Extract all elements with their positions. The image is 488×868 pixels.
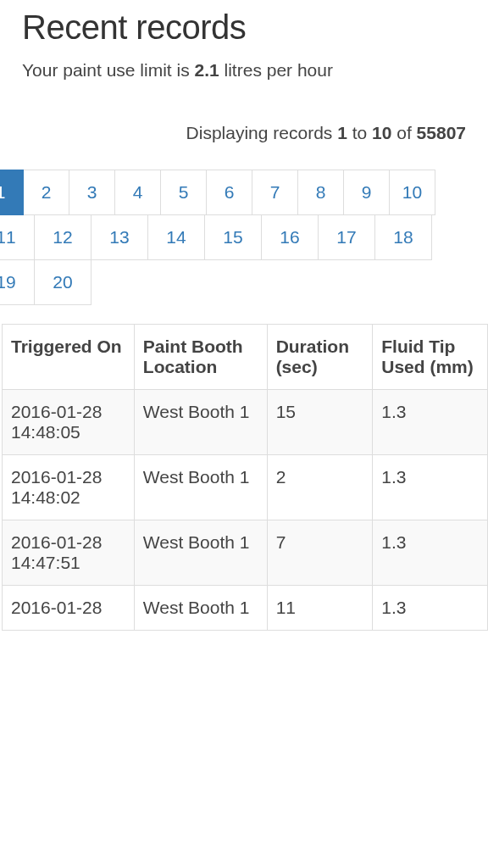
page-14[interactable]: 14: [147, 214, 205, 260]
col-location: Paint Booth Location: [134, 325, 267, 390]
page-7[interactable]: 7: [252, 170, 298, 215]
subtitle-suffix: litres per hour: [219, 60, 333, 80]
display-mid: to: [347, 123, 372, 142]
subtitle: Your paint use limit is 2.1 litres per h…: [22, 60, 466, 81]
page-12[interactable]: 12: [34, 214, 92, 260]
page-6[interactable]: 6: [206, 170, 252, 215]
cell-location: West Booth 1: [134, 520, 267, 586]
page-18[interactable]: 18: [374, 214, 432, 260]
page-8[interactable]: 8: [297, 170, 344, 215]
display-count: Displaying records 1 to 10 of 55807: [22, 123, 466, 143]
table-header-row: Triggered On Paint Booth Location Durati…: [3, 325, 488, 390]
page-4[interactable]: 4: [114, 170, 161, 215]
cell-triggered: 2016-01-28: [3, 586, 135, 631]
cell-tip: 1.3: [373, 390, 488, 455]
cell-triggered: 2016-01-28 14:48:05: [3, 390, 135, 455]
display-from: 1: [337, 123, 347, 142]
page-15[interactable]: 15: [204, 214, 262, 260]
table-row: 2016-01-28 West Booth 1 11 1.3: [3, 586, 488, 631]
cell-duration: 11: [267, 586, 373, 631]
cell-triggered: 2016-01-28 14:48:02: [3, 455, 135, 520]
page-13[interactable]: 13: [91, 214, 148, 260]
cell-duration: 7: [267, 520, 373, 586]
cell-location: West Booth 1: [134, 390, 267, 455]
col-duration: Duration (sec): [267, 325, 373, 390]
page-9[interactable]: 9: [343, 170, 390, 215]
page-16[interactable]: 16: [261, 214, 319, 260]
cell-duration: 15: [267, 390, 373, 455]
page-2[interactable]: 2: [23, 170, 69, 215]
cell-triggered: 2016-01-28 14:47:51: [3, 520, 135, 586]
pagination-row-3: 19 20: [0, 260, 92, 305]
table-row: 2016-01-28 14:48:05 West Booth 1 15 1.3: [3, 390, 488, 455]
pagination: 1 2 3 4 5 6 7 8 9 10 11 12 13 14 15 16 1…: [0, 170, 488, 305]
col-tip: Fluid Tip Used (mm): [373, 325, 488, 390]
table-row: 2016-01-28 14:48:02 West Booth 1 2 1.3: [3, 455, 488, 520]
cell-tip: 1.3: [373, 455, 488, 520]
page-19[interactable]: 19: [0, 259, 35, 305]
page-20[interactable]: 20: [34, 259, 92, 305]
display-prefix: Displaying records: [186, 123, 338, 142]
records-table: Triggered On Paint Booth Location Durati…: [2, 324, 488, 631]
display-of: of: [391, 123, 416, 142]
page-1[interactable]: 1: [0, 170, 24, 215]
table-row: 2016-01-28 14:47:51 West Booth 1 7 1.3: [3, 520, 488, 586]
subtitle-prefix: Your paint use limit is: [22, 60, 195, 80]
cell-duration: 2: [267, 455, 373, 520]
page-10[interactable]: 10: [389, 170, 435, 215]
cell-tip: 1.3: [373, 520, 488, 586]
page-3[interactable]: 3: [69, 170, 115, 215]
page-11[interactable]: 11: [0, 214, 35, 260]
cell-location: West Booth 1: [134, 586, 267, 631]
page-title: Recent records: [22, 8, 466, 47]
cell-location: West Booth 1: [134, 455, 267, 520]
subtitle-value: 2.1: [195, 60, 219, 80]
display-to: 10: [372, 123, 391, 142]
page-5[interactable]: 5: [160, 170, 207, 215]
pagination-row-2: 11 12 13 14 15 16 17 18: [0, 215, 432, 260]
display-total: 55807: [417, 123, 466, 142]
cell-tip: 1.3: [373, 586, 488, 631]
page-17[interactable]: 17: [318, 214, 375, 260]
col-triggered: Triggered On: [3, 325, 135, 390]
pagination-row-1: 1 2 3 4 5 6 7 8 9 10: [0, 170, 435, 215]
